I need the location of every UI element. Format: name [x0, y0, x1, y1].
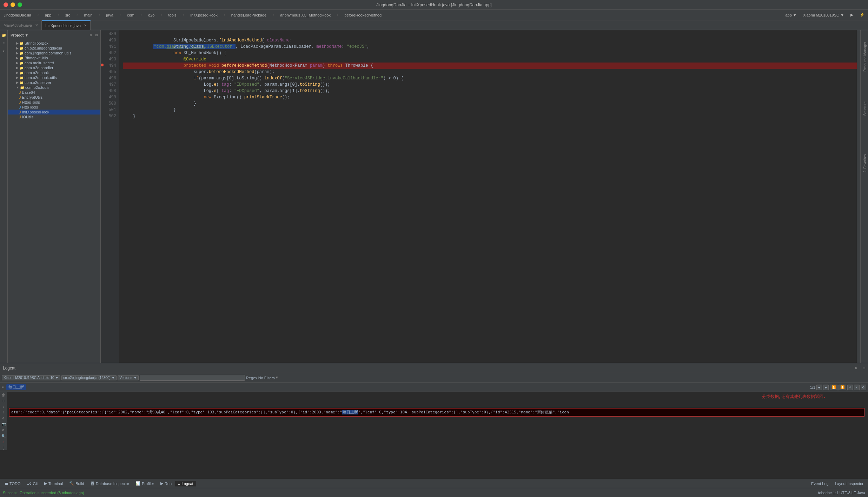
method-item[interactable]: handleLoadPackage [230, 12, 268, 18]
tree-item-hookutils[interactable]: 📁 com.o2o.hook.utils [8, 75, 100, 80]
tab-close-mainactivity[interactable]: ✕ [35, 23, 38, 27]
before-item[interactable]: beforeHookedMethod [343, 12, 383, 18]
error-icon[interactable]: ⚠ [2, 440, 4, 444]
run-tab[interactable]: ▶ Run [158, 480, 174, 486]
layout-inspector-tab[interactable]: Layout Inspector [832, 481, 866, 486]
device-selector[interactable]: app ▼ [783, 12, 798, 18]
profiler-tab[interactable]: 📊 Profiler [133, 480, 157, 486]
logcat-layout-icon[interactable]: ⊟ [863, 366, 865, 370]
code-area[interactable]: XposedHelpers.findAndHookMethod( classNa… [119, 30, 857, 363]
code-line-499: new Exception().printStackTrace(); [123, 94, 857, 100]
tree-item-ioutils[interactable]: J IOUtils [8, 115, 100, 119]
tree-item-encrypt[interactable]: J EncryptUtils [8, 95, 100, 100]
tab-close-initxposedhook[interactable]: ✕ [84, 24, 87, 27]
git-tab[interactable]: ⎇ Git [24, 480, 41, 486]
terminal-tab[interactable]: ▶ Terminal [41, 480, 66, 486]
vertical-scrollbar[interactable] [857, 30, 860, 363]
structure-tab[interactable]: Structure [862, 100, 868, 117]
left-sidebar-icons: 📁 ≡ ★ [0, 30, 8, 363]
run-icon: ▶ [160, 481, 163, 486]
logcat-tab[interactable]: ≡ Logcat [175, 481, 196, 486]
todo-tab[interactable]: ☰ TODO [2, 480, 24, 486]
screenshot-icon[interactable]: 📷 [1, 422, 6, 426]
tree-item-jingdong[interactable]: 📁 com.jingdong.common.utils [8, 51, 100, 55]
tree-item-https[interactable]: J HttpsTools [8, 100, 100, 105]
tree-item-initxposed[interactable]: J InitXposedHook [8, 110, 100, 115]
tree-item-hook[interactable]: 📁 com.o2o.hook [8, 70, 100, 75]
logcat-settings-btn[interactable]: ⚙ [861, 385, 866, 390]
tree-item-base64[interactable]: J Base64 [8, 90, 100, 95]
tab-initxposedhook[interactable]: InitXposedHook.java ✕ [42, 20, 91, 30]
app-selector-logcat[interactable]: cn.o2o.jingdongdaojia (12300) ▼ [61, 375, 117, 380]
level-selector-logcat[interactable]: Verbose ▼ [118, 375, 138, 380]
tools-item[interactable]: tools [167, 12, 178, 18]
clear-logcat-icon[interactable]: 🗑 [2, 393, 5, 397]
run-config[interactable]: Xiaomi M2010J19SC ▼ [801, 12, 846, 18]
database-inspector-tab[interactable]: 🗄 Database Inspector [88, 481, 132, 486]
status-bar: Success: Operation succeeded (8 minutes … [0, 488, 868, 497]
project-settings-icon[interactable]: ⚙ [90, 33, 92, 37]
class-item[interactable]: InitXposedHook [188, 12, 219, 18]
up-arrow-icon[interactable]: ↑ [2, 411, 4, 414]
main-item[interactable]: main [82, 12, 94, 18]
favorites-tab[interactable]: 2: Favorites [862, 153, 868, 174]
anon-item[interactable]: anonymous XC_MethodHook [278, 12, 332, 18]
wrap-btn[interactable]: ⏎ [847, 385, 853, 390]
app-item[interactable]: app [43, 12, 53, 18]
build-tab[interactable]: 🔨 Build [66, 480, 87, 486]
project-icon[interactable]: 📁 [0, 32, 7, 39]
tree-item-http[interactable]: J HttpTools [8, 105, 100, 110]
settings-icon[interactable]: ⚙ [2, 428, 4, 432]
arrow-icon [16, 66, 19, 70]
scroll-end-icon[interactable]: ↓ [2, 405, 4, 409]
scroll-top-btn[interactable]: ⏫ [830, 385, 837, 390]
code-line-502: } [123, 113, 857, 119]
pause-logcat-icon[interactable]: ⏸ [2, 399, 5, 403]
project-title[interactable]: Project ▼ [11, 33, 28, 37]
o2o-item[interactable]: o2o [146, 12, 156, 18]
tree-item-stringtoolbox[interactable]: 📁 StringToolBox [8, 41, 100, 46]
search-tag-item[interactable]: 每日上断 [6, 384, 26, 390]
tab-mainactivity[interactable]: MainActivity.java ✕ [0, 20, 42, 30]
folder-icon: 📁 [19, 81, 24, 85]
tree-item-bitmapkit[interactable]: 📁 BitmapkitUtils [8, 55, 100, 60]
arrow-icon [16, 46, 19, 50]
resource-manager-tab[interactable]: Resource Manager [862, 41, 868, 73]
folder-icon: 📁 [19, 46, 24, 50]
debug-button[interactable]: ⚡ [858, 12, 866, 18]
minimize-button[interactable] [11, 2, 15, 7]
tree-item-server[interactable]: 📁 com.o2o.server [8, 80, 100, 85]
logcat-settings-icon[interactable]: ⚙ [855, 366, 857, 370]
src-item[interactable]: src [64, 12, 72, 18]
close-button[interactable] [4, 2, 8, 7]
filters-dropdown-icon[interactable]: ▼ [276, 376, 278, 380]
project-name[interactable]: JingdongDaoJia [2, 12, 33, 18]
event-log-tab[interactable]: Event Log [808, 481, 831, 486]
folder-icon: 📁 [19, 66, 24, 70]
structure-icon[interactable]: ≡ [0, 40, 7, 47]
next-match-btn[interactable]: ▶ [823, 385, 829, 390]
tree-item-cn[interactable]: 📁 cn.o2o.jingdongdaojia [8, 46, 100, 51]
arrow-icon [16, 81, 19, 84]
run-button[interactable]: ▶ [849, 12, 855, 18]
logcat-selected-line[interactable]: ata":{"code":0,"data":{"poiCategories":[… [9, 408, 864, 417]
logcat-search-input[interactable] [140, 375, 245, 381]
scroll-bottom-btn[interactable]: ⏬ [839, 385, 846, 390]
log-lines-area: 分类数据,还有其他列表数据返回. ata":{"code":0,"data":{… [7, 392, 868, 450]
device-selector-logcat[interactable]: Xiaomi M2010J19SC Android 10 ▼ [2, 375, 60, 380]
com-item[interactable]: com [125, 12, 136, 18]
tree-item-meitu[interactable]: 📁 com.meitu.secret [8, 60, 100, 65]
prev-match-btn[interactable]: ◀ [816, 385, 822, 390]
clear-btn[interactable]: ✕ [854, 385, 860, 390]
tree-item-handler[interactable]: 📁 com.o2o.handler [8, 65, 100, 70]
java-item[interactable]: java [105, 12, 115, 18]
bookmarks-icon[interactable]: ★ [0, 47, 7, 54]
tree-item-tools-folder[interactable]: 📁 com.o2o.tools [8, 85, 100, 90]
maximize-button[interactable] [18, 2, 22, 7]
more-icon[interactable]: ⋮ [2, 446, 5, 450]
folder-icon: 📁 [19, 56, 24, 60]
filter-icon[interactable]: 🔍 [1, 434, 6, 438]
top-toolbar: JingdongDaoJia › app › src › main › java… [0, 10, 868, 20]
project-layout-icon[interactable]: ⊞ [95, 33, 98, 37]
expand-icon[interactable]: ⊕ [2, 416, 4, 420]
